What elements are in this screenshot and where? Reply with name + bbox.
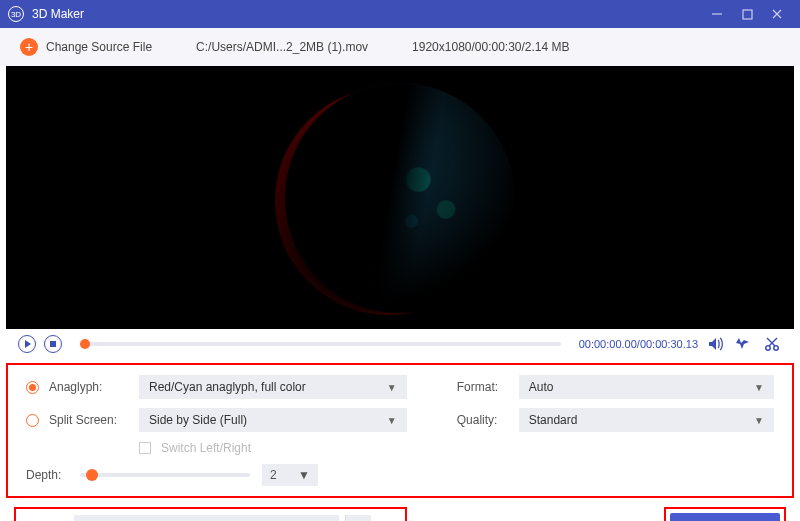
preview-frame	[285, 83, 515, 313]
switch-lr-label: Switch Left/Right	[161, 441, 251, 455]
chevron-down-icon: ▼	[298, 468, 310, 482]
open-folder-button[interactable]	[377, 517, 397, 521]
titlebar: 3D 3D Maker	[0, 0, 800, 28]
change-source-label: Change Source File	[46, 40, 152, 54]
maximize-button[interactable]	[732, 0, 762, 28]
save-to-block: Save to: C:\Aiseesoft Studio\Ais...erter…	[14, 507, 407, 521]
anaglyph-select[interactable]: Red/Cyan anaglyph, full color▼	[139, 375, 407, 399]
timeline-slider[interactable]	[80, 342, 561, 346]
close-button[interactable]	[762, 0, 792, 28]
depth-slider[interactable]	[80, 473, 250, 477]
source-info: 1920x1080/00:00:30/2.14 MB	[412, 40, 569, 54]
depth-slider-handle[interactable]	[86, 469, 98, 481]
format-label: Format:	[457, 380, 509, 394]
generate-3d-button[interactable]: Generate 3D	[670, 513, 780, 522]
timeline-handle[interactable]	[80, 339, 90, 349]
cut-icon[interactable]	[762, 334, 782, 354]
chevron-down-icon: ▼	[387, 382, 397, 393]
toolbar: + Change Source File C:/Users/ADMI...2_2…	[0, 28, 800, 66]
svg-rect-1	[743, 10, 752, 19]
save-path-field[interactable]: C:\Aiseesoft Studio\Ais...erter Ultimate…	[74, 515, 339, 521]
play-button[interactable]	[18, 335, 36, 353]
switch-lr-checkbox[interactable]	[139, 442, 151, 454]
source-path: C:/Users/ADMI...2_2MB (1).mov	[196, 40, 368, 54]
depth-label: Depth:	[26, 468, 68, 482]
video-preview	[6, 66, 794, 329]
chevron-down-icon: ▼	[387, 415, 397, 426]
chevron-down-icon: ▼	[754, 382, 764, 393]
generate-highlight: Generate 3D	[664, 507, 786, 522]
volume-icon[interactable]	[706, 334, 726, 354]
app-logo-icon: 3D	[8, 6, 24, 22]
format-select[interactable]: Auto▼	[519, 375, 774, 399]
minimize-button[interactable]	[702, 0, 732, 28]
save-path-dropdown[interactable]: ▼	[345, 515, 371, 521]
footer: Save to: C:\Aiseesoft Studio\Ais...erter…	[0, 504, 800, 521]
playback-controls: 00:00:00.00/00:00:30.13	[0, 329, 800, 359]
anaglyph-label: Anaglyph:	[49, 380, 129, 394]
split-screen-radio[interactable]	[26, 414, 39, 427]
split-screen-select[interactable]: Side by Side (Full)▼	[139, 408, 407, 432]
plus-icon: +	[20, 38, 38, 56]
anaglyph-radio[interactable]	[26, 381, 39, 394]
quality-select[interactable]: Standard▼	[519, 408, 774, 432]
time-display: 00:00:00.00/00:00:30.13	[579, 338, 698, 350]
split-screen-label: Split Screen:	[49, 413, 129, 427]
options-panel: Anaglyph: Red/Cyan anaglyph, full color▼…	[6, 363, 794, 498]
chevron-down-icon: ▼	[754, 415, 764, 426]
depth-select[interactable]: 2▼	[262, 464, 318, 486]
quality-label: Quality:	[457, 413, 509, 427]
change-source-button[interactable]: + Change Source File	[20, 38, 152, 56]
snapshot-icon[interactable]	[734, 334, 754, 354]
stop-button[interactable]	[44, 335, 62, 353]
window-title: 3D Maker	[32, 7, 702, 21]
